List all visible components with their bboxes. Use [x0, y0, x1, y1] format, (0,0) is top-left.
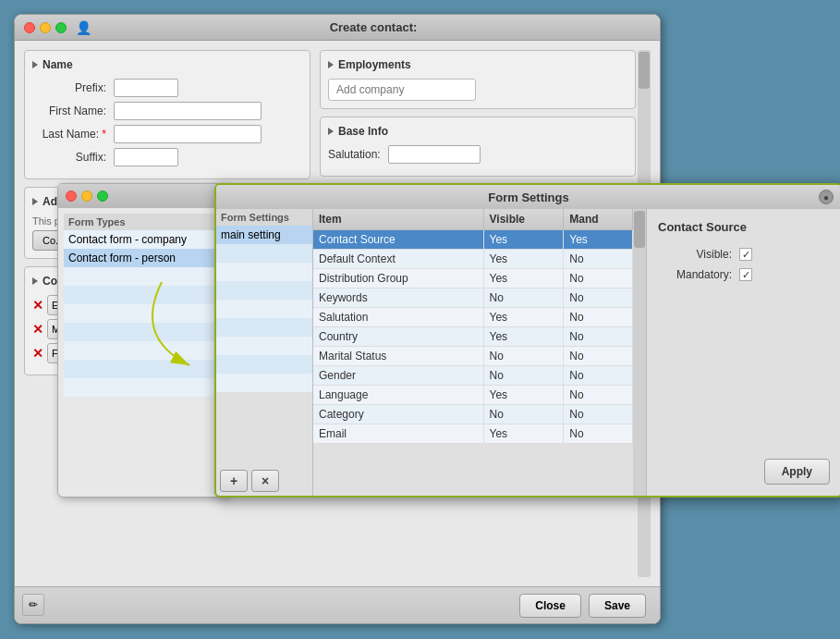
mandatory-row: Mandatory:: [658, 268, 830, 281]
bottom-bar: ✏ Close Save: [15, 586, 660, 623]
table-row[interactable]: Contact Source Yes Yes: [313, 230, 633, 250]
name-triangle: [32, 61, 38, 68]
td-sal-visible: Yes: [483, 308, 564, 327]
detail-panel: Contact Source Visible: Mandatory: Apply: [647, 209, 840, 496]
employment-triangle: [328, 61, 334, 68]
ft-body: Form Types Contact form - company Contac…: [58, 208, 227, 402]
items-panel: Item Visible Mand Contact Source Yes Yes: [313, 209, 647, 496]
ft-min-tl[interactable]: [81, 190, 92, 202]
fs-close-button[interactable]: ●: [819, 190, 834, 204]
ft-close-tl[interactable]: [66, 190, 77, 202]
items-scroll-thumb: [634, 211, 645, 248]
td-country: Country: [313, 327, 483, 347]
td-lang-visible: Yes: [483, 386, 564, 405]
td-cs-visible: Yes: [483, 230, 564, 250]
fset-empty-8: [216, 374, 312, 392]
form-types-list: Contact form - company Contact form - pe…: [64, 230, 222, 397]
apply-button[interactable]: Apply: [764, 459, 830, 485]
table-row[interactable]: Keywords No No: [313, 289, 633, 308]
fset-item-main[interactable]: main setting: [216, 226, 312, 244]
name-header-label: Name: [43, 58, 73, 71]
prefix-input[interactable]: [114, 79, 178, 97]
table-row[interactable]: Email Yes No: [313, 424, 633, 444]
visible-checkbox[interactable]: [739, 248, 752, 261]
td-ms-mandatory: No: [564, 347, 633, 366]
td-salutation: Salutation: [313, 308, 483, 327]
lastname-input[interactable]: [114, 125, 262, 143]
salutation-label: Salutation:: [328, 148, 381, 161]
table-row[interactable]: Category No No: [313, 405, 633, 424]
table-row[interactable]: Distribution Group Yes No: [313, 269, 633, 289]
td-g-visible: No: [483, 366, 564, 386]
fs-title: Form Settings: [488, 190, 568, 204]
lastname-label: Last Name:: [32, 128, 106, 141]
mandatory-checkbox[interactable]: [739, 268, 752, 281]
detail-title: Contact Source: [658, 220, 830, 234]
pencil-icon-button[interactable]: ✏: [22, 594, 44, 616]
td-marital: Marital Status: [313, 347, 483, 366]
td-gender: Gender: [313, 366, 483, 386]
td-kw-mandatory: No: [564, 289, 633, 308]
main-title: Create contact:: [96, 20, 651, 34]
firstname-input[interactable]: [114, 102, 262, 120]
prefix-row: Prefix:: [32, 79, 302, 97]
ft-item-empty-6: [64, 360, 222, 378]
mobile-delete-btn[interactable]: ✕: [32, 322, 43, 337]
fset-panel: Form Settings main setting + ×: [216, 209, 313, 496]
fset-remove-button[interactable]: ×: [251, 470, 279, 492]
contact-icon: 👤: [76, 20, 91, 35]
fset-empty-5: [216, 318, 312, 337]
suffix-row: Suffix:: [32, 148, 302, 166]
email-delete-btn[interactable]: ✕: [32, 298, 43, 313]
ft-item-person[interactable]: Contact form - person: [64, 249, 222, 267]
items-table-scroll[interactable]: Item Visible Mand Contact Source Yes Yes: [313, 209, 633, 496]
ft-item-empty-7: [64, 378, 222, 397]
td-em-mandatory: No: [564, 424, 633, 444]
fset-empty-7: [216, 355, 312, 374]
close-button[interactable]: Close: [519, 594, 581, 618]
visible-label: Visible:: [658, 248, 732, 261]
fax-delete-btn[interactable]: ✕: [32, 346, 43, 361]
ft-max-tl[interactable]: [97, 190, 108, 202]
employment-label: Employments: [338, 58, 411, 71]
table-row[interactable]: Country Yes No: [313, 327, 633, 347]
table-row[interactable]: Language Yes No: [313, 386, 633, 405]
contact-info-triangle: [32, 277, 38, 285]
add-contacts-triangle: [32, 198, 38, 205]
td-contact-source: Contact Source: [313, 230, 483, 250]
salutation-input[interactable]: [388, 145, 481, 164]
form-types-header: Form Types: [64, 214, 222, 230]
save-button[interactable]: Save: [589, 594, 646, 618]
fset-empty-3: [216, 281, 312, 300]
table-row[interactable]: Gender No No: [313, 366, 633, 386]
scroll-thumb: [639, 52, 650, 89]
fs-titlebar: Form Settings ●: [216, 185, 840, 209]
table-row[interactable]: Salutation Yes No: [313, 308, 633, 327]
add-company-input[interactable]: [328, 79, 476, 101]
mandatory-label: Mandatory:: [658, 268, 732, 281]
ft-item-empty-4: [64, 323, 222, 341]
table-row[interactable]: Marital Status No No: [313, 347, 633, 366]
ft-item-empty-3: [64, 304, 222, 323]
fset-add-button[interactable]: +: [220, 470, 248, 492]
close-traffic-light[interactable]: [24, 22, 35, 33]
td-dg-visible: Yes: [483, 269, 564, 289]
ft-item-company[interactable]: Contact form - company: [64, 230, 222, 249]
maximize-traffic-light[interactable]: [55, 22, 67, 33]
td-cs-mandatory: Yes: [564, 230, 633, 250]
fset-action-buttons: + ×: [216, 466, 312, 496]
td-sal-mandatory: No: [564, 308, 633, 327]
td-dist-group: Distribution Group: [313, 269, 483, 289]
table-row[interactable]: Default Context Yes No: [313, 250, 633, 269]
td-ms-visible: No: [483, 347, 564, 366]
minimize-traffic-light[interactable]: [40, 22, 51, 33]
td-g-mandatory: No: [564, 366, 633, 386]
td-dc-mandatory: No: [564, 250, 633, 269]
traffic-lights: [24, 22, 67, 33]
form-types-subwindow: Form Types Contact form - company Contac…: [57, 183, 228, 498]
td-dg-mandatory: No: [564, 269, 633, 289]
salutation-row: Salutation:: [328, 145, 627, 164]
items-scrollbar[interactable]: [633, 209, 646, 496]
name-section-header: Name: [32, 58, 302, 71]
suffix-input[interactable]: [114, 148, 178, 166]
